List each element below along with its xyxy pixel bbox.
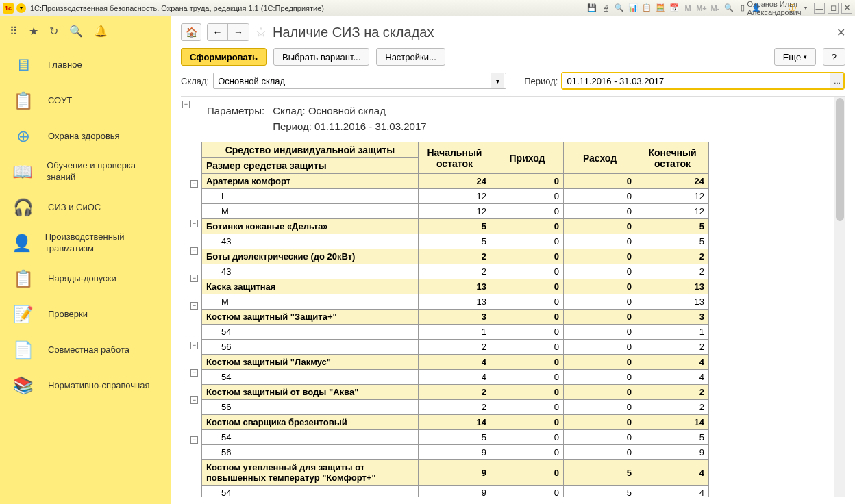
search-icon[interactable]: 🔍 <box>69 25 83 38</box>
save-icon[interactable]: 💾 <box>586 3 597 14</box>
cell-end: 13 <box>636 294 709 310</box>
calc-icon[interactable]: 🧮 <box>655 3 666 14</box>
sidebar-item[interactable]: 👤Производственный травматизм <box>0 225 171 261</box>
cell-size: 56 <box>202 340 419 355</box>
info-dropdown-icon[interactable]: ▾ <box>800 3 811 14</box>
cell-name: Костюм утепленный для защиты от повышенн… <box>202 460 419 486</box>
sidebar-item-label: Проверки <box>48 309 88 320</box>
minimize-button[interactable]: — <box>814 3 825 14</box>
scrollbar-thumb[interactable] <box>836 98 844 221</box>
sidebar-item[interactable]: 📋Наряды-допуски <box>0 261 171 297</box>
table-row[interactable]: 432002 <box>202 264 709 279</box>
table-row[interactable]: 562002 <box>202 340 709 355</box>
history-icon[interactable]: ↻ <box>49 25 58 38</box>
tree-toggle[interactable]: − <box>182 101 190 108</box>
cell-start: 5 <box>419 430 491 445</box>
sidebar-item-label: Обучение и проверка знаний <box>47 160 162 184</box>
period-input[interactable] <box>562 73 830 88</box>
th-start: Начальный остаток <box>419 142 491 174</box>
sidebar-item[interactable]: 🎧СИЗ и СиОС <box>0 190 171 225</box>
mplus-icon[interactable]: M+ <box>696 3 707 14</box>
choose-variant-button[interactable]: Выбрать вариант... <box>273 48 369 66</box>
table-group-row[interactable]: Костюм защитный "Лакмус"4004 <box>202 355 709 370</box>
home-button[interactable]: 🏠 <box>181 23 201 41</box>
print-icon[interactable]: 🖨 <box>600 3 611 14</box>
table-row[interactable]: 545005 <box>202 430 709 445</box>
bell-icon[interactable]: 🔔 <box>94 25 108 38</box>
tree-toggle[interactable]: − <box>190 342 198 349</box>
tree-toggle[interactable]: − <box>190 180 198 188</box>
tree-toggle[interactable]: − <box>190 220 198 227</box>
compare-icon[interactable]: 📊 <box>628 3 639 14</box>
cell-start: 2 <box>419 249 491 264</box>
generate-button[interactable]: Сформировать <box>181 48 267 66</box>
warehouse-input[interactable] <box>214 73 491 88</box>
more-button[interactable]: Еще ▾ <box>774 48 816 66</box>
maximize-button[interactable]: ◻ <box>828 3 839 14</box>
apps-icon[interactable]: ⠿ <box>10 25 18 38</box>
cell-end: 13 <box>636 279 709 294</box>
table-row[interactable]: 549054 <box>202 486 709 498</box>
app-menu-dropdown[interactable]: ▾ <box>16 3 26 13</box>
warehouse-dropdown-button[interactable]: ▾ <box>491 73 504 88</box>
star-icon[interactable]: ★ <box>29 25 38 38</box>
copy-icon[interactable]: 📋 <box>641 3 652 14</box>
table-row[interactable]: 569009 <box>202 445 709 460</box>
sidebar-item[interactable]: 📋СОУТ <box>0 83 171 118</box>
m-icon[interactable]: M <box>682 3 693 14</box>
back-button[interactable]: ← <box>208 24 228 40</box>
app-title: 1С:Производственная безопасность. Охрана… <box>30 4 586 12</box>
tree-toggle[interactable]: − <box>190 396 198 404</box>
table-group-row[interactable]: Ботинки кожаные «Дельта»5005 <box>202 219 709 234</box>
table-group-row[interactable]: Аратерма комфорт240024 <box>202 174 709 189</box>
cell-end: 4 <box>636 370 709 385</box>
table-row[interactable]: 562002 <box>202 400 709 415</box>
vertical-scrollbar[interactable] <box>834 97 845 497</box>
close-button[interactable]: ✕ <box>841 3 852 14</box>
help-button[interactable]: ? <box>823 48 845 66</box>
tree-toggle[interactable]: − <box>190 275 198 282</box>
table-row[interactable]: M130013 <box>202 294 709 310</box>
cell-start: 3 <box>419 310 491 325</box>
page-close-button[interactable]: ✕ <box>837 26 845 39</box>
table-row[interactable]: M120012 <box>202 204 709 219</box>
tree-toggle[interactable]: − <box>190 436 198 444</box>
sidebar-item[interactable]: 🖥Главное <box>0 47 171 83</box>
settings-button[interactable]: Настройки... <box>376 48 445 66</box>
sidebar-item[interactable]: 📚Нормативно-справочная <box>0 368 171 403</box>
sidebar-item[interactable]: ⊕Охрана здоровья <box>0 118 171 154</box>
th-size: Размер средства защиты <box>202 158 419 174</box>
tree-toggle[interactable]: − <box>190 247 198 255</box>
sidebar-item-label: Охрана здоровья <box>48 131 120 142</box>
table-group-row[interactable]: Костюм сварщика брезентовый140014 <box>202 415 709 430</box>
sidebar-item-icon: 📋 <box>10 88 37 113</box>
table-group-row[interactable]: Костюм утепленный для защиты от повышенн… <box>202 460 709 486</box>
user-name[interactable]: Охранов Илья Александрович <box>769 3 780 14</box>
sidebar-item[interactable]: 📄Совместная работа <box>0 332 171 368</box>
calendar-icon[interactable]: 📅 <box>669 3 680 14</box>
preview-icon[interactable]: 🔍 <box>614 3 625 14</box>
zoom-icon[interactable]: 🔍 <box>723 3 734 14</box>
table-group-row[interactable]: Костюм защитный от воды "Аква"2002 <box>202 385 709 400</box>
mminus-icon[interactable]: M- <box>710 3 721 14</box>
sidebar-item[interactable]: 📖Обучение и проверка знаний <box>0 154 171 190</box>
period-picker-button[interactable]: … <box>830 73 843 88</box>
table-group-row[interactable]: Каска защитная130013 <box>202 279 709 294</box>
table-row[interactable]: 435005 <box>202 234 709 249</box>
favorite-star-icon[interactable]: ☆ <box>255 24 267 40</box>
table-group-row[interactable]: Костюм защитный "Защита+"3003 <box>202 310 709 325</box>
table-row[interactable]: 544004 <box>202 370 709 385</box>
info-icon[interactable]: ⓘ <box>786 3 797 14</box>
tree-toggle[interactable]: − <box>190 302 198 310</box>
table-row[interactable]: L120012 <box>202 189 709 204</box>
table-group-row[interactable]: Боты диэлектрические (до 20кВт)2002 <box>202 249 709 264</box>
forward-button[interactable]: → <box>228 24 249 40</box>
tree-toggle[interactable]: − <box>190 369 198 377</box>
table-row[interactable]: 541001 <box>202 325 709 340</box>
sidebar-item-label: СОУТ <box>48 95 72 107</box>
cell-start: 9 <box>419 486 491 498</box>
content: 🏠 ← → ☆ Наличие СИЗ на складах ✕ Сформир… <box>171 16 855 504</box>
app-logo-icon: 1c <box>3 3 14 14</box>
filter-row: Склад: ▾ Период: … <box>181 73 845 89</box>
sidebar-item[interactable]: 📝Проверки <box>0 297 171 332</box>
